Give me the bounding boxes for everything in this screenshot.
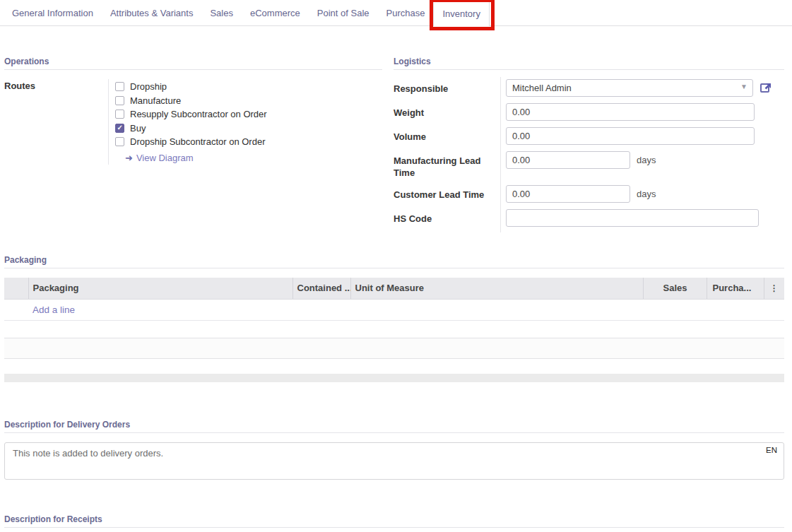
operations-section: Operations Routes Dropship Manufacture [4, 57, 382, 233]
row-handle-column-header [4, 278, 28, 299]
external-link-icon[interactable] [760, 82, 772, 94]
responsible-row: Responsible ▼ [394, 79, 784, 97]
buy-checkbox[interactable] [115, 124, 124, 133]
volume-label: Volume [394, 127, 500, 143]
manufacturing-lead-time-input[interactable] [506, 151, 630, 169]
weight-input[interactable] [506, 103, 755, 121]
volume-input[interactable] [506, 127, 755, 145]
customer-lead-time-input[interactable] [506, 185, 630, 203]
delivery-note-placeholder: This note is added to delivery orders. [13, 448, 163, 459]
notebook-tabbar: General Information Attributes & Variant… [0, 0, 792, 26]
tab-sales[interactable]: Sales [201, 0, 242, 25]
dropship-checkbox[interactable] [115, 82, 124, 91]
manufacture-checkbox[interactable] [115, 96, 124, 105]
delivery-description-section: Description for Delivery Orders This not… [4, 420, 784, 480]
customer-lead-time-label: Customer Lead Time [394, 185, 500, 201]
customer-lead-time-suffix: days [637, 185, 656, 199]
responsible-input[interactable] [506, 79, 753, 97]
dropship-subcontractor-checkbox-label: Dropship Subcontractor on Order [130, 136, 265, 147]
language-badge[interactable]: EN [766, 446, 777, 454]
delivery-description-title: Description for Delivery Orders [4, 420, 784, 433]
tab-inventory[interactable]: Inventory [433, 0, 489, 26]
column-header-packaging[interactable]: Packaging [28, 278, 292, 299]
empty-list-header-bar [4, 374, 784, 382]
packaging-section-title: Packaging [4, 255, 784, 268]
route-row-dropship: Dropship [115, 80, 382, 94]
delivery-note-textarea[interactable]: This note is added to delivery orders. E… [4, 442, 784, 480]
dropship-subcontractor-checkbox[interactable] [115, 137, 124, 146]
route-row-manufacture: Manufacture [115, 94, 382, 108]
manufacturing-lead-time-row: Manufacturing Lead Time days [394, 151, 784, 179]
receipt-description-section: Description for Receipts This note is ad… [4, 514, 784, 532]
buy-checkbox-label: Buy [130, 123, 146, 134]
tab-inventory-label: Inventory [442, 8, 480, 19]
route-row-buy: Buy [115, 122, 382, 136]
tab-general-information[interactable]: General Information [4, 0, 102, 25]
customer-lead-time-row: Customer Lead Time days [394, 185, 784, 203]
manufacturing-lead-time-suffix: days [637, 151, 656, 165]
column-header-purchase[interactable]: Purcha... [707, 278, 764, 299]
weight-row: Weight [394, 103, 784, 121]
column-header-unit-of-measure[interactable]: Unit of Measure [350, 278, 643, 299]
operations-section-title: Operations [4, 57, 382, 70]
receipt-description-title: Description for Receipts [4, 514, 784, 528]
view-diagram-link[interactable]: ➜ View Diagram [125, 151, 382, 165]
manufacturing-lead-time-label: Manufacturing Lead Time [394, 151, 500, 179]
add-a-line-link[interactable]: Add a line [32, 305, 75, 315]
column-header-sales[interactable]: Sales [643, 278, 707, 299]
optional-columns-icon[interactable]: ⋮ [764, 278, 784, 299]
column-header-contained-quantity[interactable]: Contained ... [292, 278, 350, 299]
logistics-section-title: Logistics [394, 57, 784, 70]
route-row-resupply-subcontractor: Resupply Subcontractor on Order [115, 107, 382, 122]
volume-row: Volume [394, 127, 784, 145]
resupply-subcontractor-checkbox[interactable] [115, 110, 124, 119]
tab-purchase[interactable]: Purchase [378, 0, 434, 25]
logistics-section: Logistics Responsible ▼ [394, 57, 784, 233]
packaging-table-header-row: Packaging Contained ... Unit of Measure … [4, 278, 784, 299]
tab-attributes-variants[interactable]: Attributes & Variants [102, 0, 202, 25]
arrow-right-icon: ➜ [125, 153, 133, 163]
dropship-checkbox-label: Dropship [130, 81, 167, 92]
empty-list-row [4, 338, 784, 359]
tab-point-of-sale[interactable]: Point of Sale [309, 0, 378, 25]
hs-code-input[interactable] [506, 209, 759, 227]
hs-code-row: HS Code [394, 209, 784, 227]
inventory-tab-content: Operations Routes Dropship Manufacture [0, 26, 792, 532]
routes-label: Routes [4, 79, 108, 91]
packaging-section: Packaging Packaging Contained ... Unit o… [4, 255, 784, 382]
resupply-subcontractor-checkbox-label: Resupply Subcontractor on Order [130, 109, 267, 119]
tab-ecommerce[interactable]: eCommerce [242, 0, 309, 25]
packaging-table: Packaging Contained ... Unit of Measure … [4, 278, 784, 321]
add-a-line-row: Add a line [4, 299, 784, 320]
hs-code-label: HS Code [394, 209, 500, 225]
view-diagram-label: View Diagram [136, 153, 194, 163]
weight-label: Weight [394, 103, 500, 119]
responsible-label: Responsible [394, 79, 500, 95]
manufacture-checkbox-label: Manufacture [130, 95, 181, 106]
route-row-dropship-subcontractor: Dropship Subcontractor on Order [115, 135, 382, 149]
